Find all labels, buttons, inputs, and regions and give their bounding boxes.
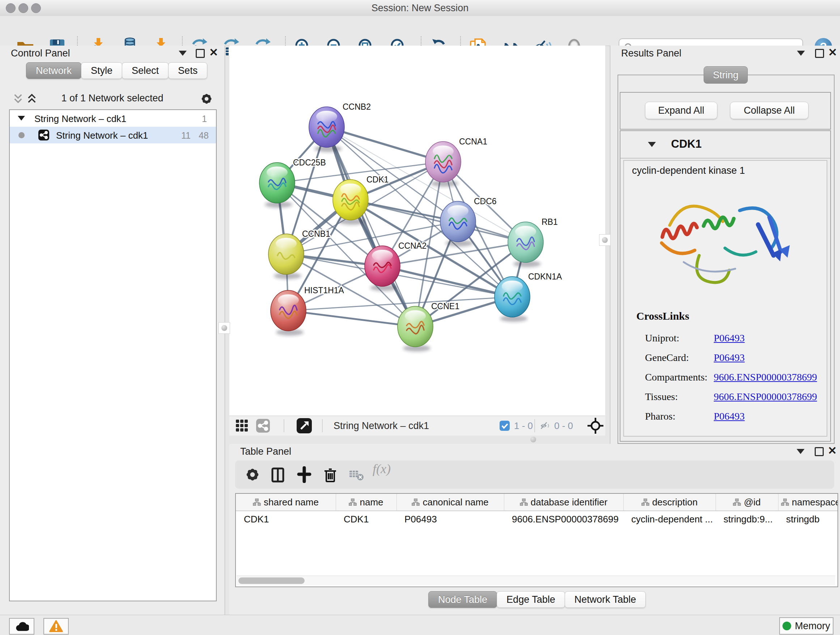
tree-expand-icon[interactable]	[18, 116, 25, 120]
panel-float-icon[interactable]	[815, 447, 824, 456]
node-label[interactable]: CCNA1	[459, 137, 487, 146]
table-toolbar: f(x)	[235, 461, 834, 489]
node-label[interactable]: CCNB1	[302, 229, 330, 239]
node-label[interactable]: RB1	[542, 217, 558, 226]
hidden-eye-icon	[539, 420, 551, 432]
panel-close-icon[interactable]: ✕	[209, 48, 218, 57]
expand-all-button[interactable]: Expand All	[645, 102, 717, 119]
hidden-counts: 0 - 0	[554, 416, 573, 435]
table-gear-icon[interactable]	[244, 466, 261, 483]
string-network-graph[interactable]: CCNB2CCNA1CDC25BCDK1CDC6RB1CCNB1CCNA2CDK…	[229, 46, 605, 416]
table-cell[interactable]: stringdb:9...	[715, 511, 778, 527]
string-results-tab[interactable]: String	[704, 66, 748, 84]
add-column-icon[interactable]	[296, 466, 313, 483]
table-cell[interactable]: P06493	[396, 511, 504, 527]
memory-label: Memory	[795, 621, 830, 632]
panel-collapse-icon[interactable]	[797, 449, 805, 454]
column-header-namespace[interactable]: namespace	[778, 494, 838, 510]
scrollbar-thumb[interactable]	[238, 578, 305, 584]
network-selection-bar: 1 of 1 Network selected	[0, 89, 225, 109]
crosslink-row: GeneCard:P06493	[645, 349, 819, 369]
column-header-shared-name[interactable]: shared name	[236, 494, 336, 510]
node-label[interactable]: CDK1	[366, 175, 388, 184]
table-cell[interactable]: CDK1	[336, 511, 396, 527]
crosslink-link[interactable]: 9606.ENSP00000378699	[714, 391, 817, 402]
column-header-@id[interactable]: @id	[715, 494, 778, 510]
node-label[interactable]: CCNA2	[398, 241, 426, 250]
panel-collapse-icon[interactable]	[179, 51, 187, 56]
results-panel: Results Panel ✕ String Expand All Collap…	[610, 46, 840, 444]
control-panel: Control Panel ✕ NetworkStyleSelectSets 1…	[0, 46, 225, 615]
network-options-gear-icon[interactable]	[200, 92, 213, 106]
protein-name: CDK1	[671, 138, 701, 150]
protein-result-card: CDK1 cyclin-dependent kinase 1	[620, 130, 831, 442]
string-network-icon	[38, 130, 49, 141]
selected-checkbox-icon[interactable]	[500, 421, 510, 431]
table-cell[interactable]: CDK1	[236, 511, 336, 527]
node-label[interactable]: CCNB2	[343, 102, 371, 111]
table-data-row[interactable]: CDK1CDK1P064939606.ENSP00000378699cyclin…	[236, 511, 838, 527]
table-panel-title: Table Panel	[240, 446, 291, 457]
grid-view-icon[interactable]	[235, 419, 249, 432]
delete-column-icon[interactable]	[322, 466, 339, 483]
node-label[interactable]: CDC25B	[293, 158, 326, 167]
cloud-button[interactable]	[9, 618, 34, 635]
node-label[interactable]: CCNE1	[431, 302, 459, 311]
node-label[interactable]: HIST1H1A	[304, 286, 344, 295]
selected-counts: 1 - 0	[514, 416, 533, 435]
crosshair-icon[interactable]	[587, 417, 604, 434]
crosslink-link[interactable]: P06493	[714, 333, 745, 344]
column-header-name[interactable]: name	[336, 494, 397, 510]
protein-card-header[interactable]: CDK1	[621, 131, 830, 158]
crosslink-link[interactable]: P06493	[714, 410, 745, 422]
show-columns-icon[interactable]	[270, 466, 286, 483]
panel-float-icon[interactable]	[196, 49, 205, 58]
tab-select[interactable]: Select	[122, 62, 169, 79]
crosslink-label: GeneCard:	[645, 352, 689, 363]
panel-close-icon[interactable]: ✕	[828, 48, 837, 57]
panel-float-icon[interactable]	[815, 49, 824, 58]
share-view-icon[interactable]	[256, 419, 270, 432]
splitter-handle[interactable]	[218, 322, 230, 334]
warning-button[interactable]	[43, 618, 69, 635]
column-header-canonical-name[interactable]: canonical name	[396, 494, 504, 510]
crosslinks-rows: Uniprot:P06493GeneCard:P06493Compartment…	[645, 329, 819, 427]
control-panel-tabs: NetworkStyleSelectSets	[27, 62, 207, 79]
birdseye-view-icon[interactable]	[297, 418, 312, 433]
splitter-handle[interactable]	[531, 437, 536, 442]
table-cell[interactable]: 9606.ENSP00000378699	[504, 511, 623, 527]
warning-icon	[49, 620, 63, 632]
panel-collapse-icon[interactable]	[797, 51, 805, 56]
horizontal-scrollbar[interactable]	[237, 576, 835, 585]
splitter-handle[interactable]	[599, 234, 611, 246]
network-row-selected[interactable]: String Network – cdk1 11 48	[10, 127, 216, 143]
panel-close-icon[interactable]: ✕	[828, 446, 837, 455]
crosslink-row: Tissues:9606.ENSP00000378699	[645, 388, 819, 408]
node-label[interactable]: CDC6	[474, 196, 497, 206]
network-selection-status: 1 of 1 Network selected	[0, 93, 225, 104]
tab-network-table[interactable]: Network Table	[565, 591, 646, 608]
status-bar: Memory	[0, 615, 840, 635]
title-bar: Session: New Session	[0, 0, 840, 16]
node-table[interactable]: shared namenamecanonical namedatabase id…	[235, 493, 838, 587]
crosslink-link[interactable]: P06493	[714, 352, 745, 363]
crosslink-row: Pharos:P06493	[645, 408, 819, 427]
node-label[interactable]: CDKN1A	[528, 272, 562, 281]
card-collapse-icon[interactable]	[648, 142, 656, 147]
network-collection-row[interactable]: String Network – cdk1 1	[10, 110, 216, 127]
table-cell[interactable]: stringdb	[778, 511, 838, 527]
collection-count: 1	[202, 114, 207, 124]
tab-node-table[interactable]: Node Table	[428, 591, 497, 608]
crosslink-link[interactable]: 9606.ENSP00000378699	[714, 371, 817, 383]
memory-button[interactable]: Memory	[779, 617, 834, 635]
tab-sets[interactable]: Sets	[168, 62, 207, 79]
column-header-database-identifier[interactable]: database identifier	[504, 494, 624, 510]
tab-style[interactable]: Style	[81, 62, 122, 79]
network-view-canvas[interactable]: CCNB2CCNA1CDC25BCDK1CDC6RB1CCNB1CCNA2CDK…	[229, 46, 605, 416]
collapse-all-button[interactable]: Collapse All	[730, 102, 808, 119]
tab-edge-table[interactable]: Edge Table	[497, 591, 565, 608]
tab-network[interactable]: Network	[26, 62, 81, 79]
crosslinks-heading: CrossLinks	[636, 310, 689, 322]
table-cell[interactable]: cyclin-dependent ...	[623, 511, 715, 527]
column-header-description[interactable]: description	[623, 494, 716, 510]
